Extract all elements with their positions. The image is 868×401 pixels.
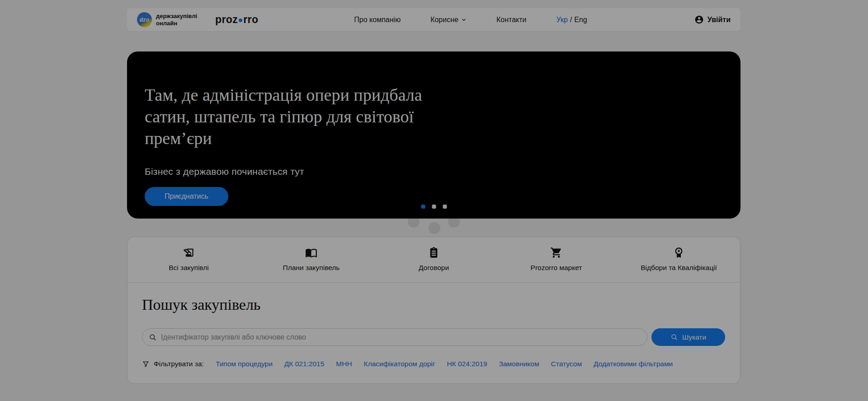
loading-overlay: [0, 0, 868, 401]
